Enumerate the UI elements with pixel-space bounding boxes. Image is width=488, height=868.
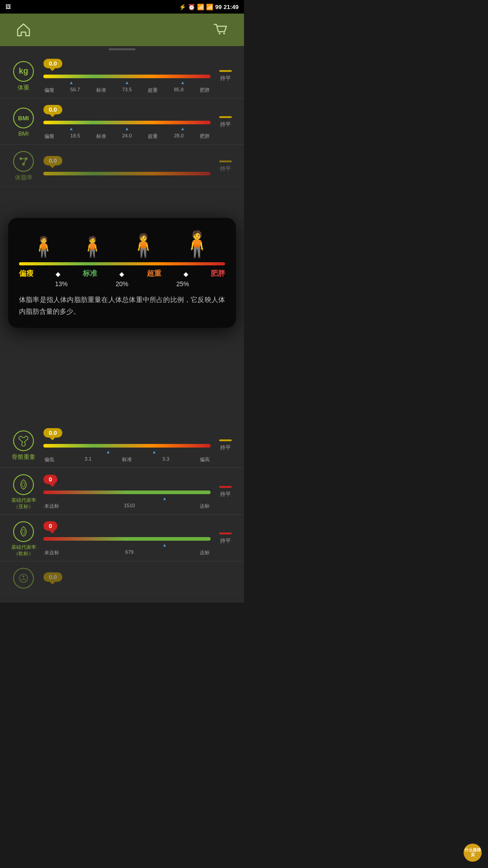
extra-icon	[13, 568, 34, 589]
extra-value-bubble: 0.0	[43, 572, 62, 582]
bodyfat-value-bubble: 0.0	[43, 156, 62, 165]
extra-content: 0.0	[40, 572, 237, 585]
extra-icon-area	[7, 568, 40, 589]
bmr-asia-icon	[13, 474, 34, 495]
figure-obese: 🧍	[181, 231, 213, 257]
bmi-icon: BMI	[13, 108, 34, 128]
bone-trend-line	[219, 439, 232, 441]
bodyfat-metric-row: 体脂率 0.0 持平	[0, 145, 244, 187]
extra-metric-row: 0.0	[0, 561, 244, 594]
bmr-asia-icon-area: 基础代谢率（亚标）	[7, 474, 40, 510]
weight-trend-line	[219, 70, 232, 72]
bodyfat-label: 体脂率	[15, 174, 33, 182]
modal-gradient-bar	[19, 262, 225, 265]
weight-metric-row: kg 体重 0.0 ▲ ▲ ▲ 偏瘦 56.7 标准 73.5 超重 85.8 …	[0, 52, 244, 99]
alarm-icon: ⏰	[188, 4, 195, 10]
figure-normal: 🧍	[80, 237, 105, 257]
bmr-asia-trend-line	[219, 486, 232, 488]
bodyfat-icon	[13, 151, 34, 172]
bmi-content: 0.0 ▲ ▲ ▲ 偏瘦 18.5 标准 24.0 超重 28.0 肥胖	[40, 105, 214, 140]
bmr-euro-content: 0 ▲ 未达标 679 达标	[40, 521, 214, 556]
bmr-euro-icon	[13, 521, 34, 542]
bodyfat-content: 0.0	[40, 156, 214, 177]
bone-content: 0.0 ▲ ▲ 偏低 3.1 标准 3.3 偏高	[40, 428, 214, 463]
svg-point-8	[23, 576, 24, 577]
weight-scale: 偏瘦 56.7 标准 73.5 超重 85.8 肥胖	[43, 87, 211, 94]
home-button[interactable]	[14, 20, 33, 40]
weight-icon: kg	[13, 61, 34, 82]
gallery-icon: 🖼	[5, 4, 11, 10]
bone-trend: 持平	[214, 439, 237, 452]
figure-lean: 🧍	[31, 237, 56, 257]
bodyfat-trend: 持平	[214, 160, 237, 173]
pct-20: 20%	[116, 280, 128, 288]
bmi-metric-row: BMI BMI 0.0 ▲ ▲ ▲ 偏瘦 18.5 标准 24.0 超重 28.…	[0, 99, 244, 145]
cart-button[interactable]	[211, 20, 230, 40]
drop-3: ◆	[183, 270, 188, 278]
signal-icon: 📶	[206, 4, 213, 10]
bone-icon-area: 骨骼重量	[7, 430, 40, 461]
bone-icon	[13, 430, 34, 451]
status-right: ⚡ ⏰ 📶 📶 99 21:49	[179, 4, 239, 10]
label-overweight: 超重	[147, 269, 161, 278]
bmr-asia-value-bubble: 0	[43, 475, 57, 484]
bmi-icon-area: BMI BMI	[7, 108, 40, 137]
bone-label: 骨骼重量	[12, 453, 35, 461]
lean-figure-icon: 🧍	[31, 237, 56, 257]
weight-value-bubble: 0.0	[43, 59, 62, 68]
weight-bar	[43, 75, 211, 78]
overweight-figure-icon: 🧍	[129, 234, 157, 257]
bmr-euro-scale: 未达标 679 达标	[43, 549, 211, 556]
bmr-euro-bar	[43, 537, 211, 541]
weight-content: 0.0 ▲ ▲ ▲ 偏瘦 56.7 标准 73.5 超重 85.8 肥胖	[40, 59, 214, 94]
bodyfat-bar	[43, 172, 211, 175]
scroll-dot	[108, 48, 136, 50]
label-obese: 肥胖	[211, 269, 225, 278]
bmi-value-bubble: 0.0	[43, 105, 62, 114]
bmi-bar	[43, 121, 211, 124]
bmr-asia-scale: 未达标 1510 达标	[43, 503, 211, 509]
status-bar: 🖼 ⚡ ⏰ 📶 📶 99 21:49	[0, 0, 244, 14]
normal-figure-icon: 🧍	[80, 237, 105, 257]
drop-2: ◆	[119, 270, 124, 278]
bone-markers: ▲ ▲	[43, 449, 211, 454]
label-lean: 偏瘦	[19, 269, 33, 278]
pct-13: 13%	[55, 280, 68, 288]
modal-description: 体脂率是指人体内脂肪重量在人体总体重中所占的比例，它反映人体内脂肪含量的多少。	[19, 294, 225, 317]
battery-level: 99	[215, 4, 221, 10]
bmr-euro-metric-row: 基础代谢率（欧标） 0 ▲ 未达标 679 达标 持平	[0, 515, 244, 562]
main-content: kg 体重 0.0 ▲ ▲ ▲ 偏瘦 56.7 标准 73.5 超重 85.8 …	[0, 46, 244, 603]
bluetooth-icon: ⚡	[179, 4, 186, 10]
toolbar	[0, 14, 244, 46]
modal-labels-row: 偏瘦 ◆ 标准 ◆ 超重 ◆ 肥胖	[19, 269, 225, 278]
bone-scale: 偏低 3.1 标准 3.3 偏高	[43, 456, 211, 463]
status-left: 🖼	[5, 4, 11, 10]
drop-1: ◆	[56, 270, 61, 278]
svg-point-7	[19, 574, 28, 582]
weight-label: 体重	[18, 84, 29, 92]
svg-point-1	[223, 33, 225, 34]
bmr-euro-trend: 持平	[214, 533, 237, 545]
svg-line-6	[23, 159, 26, 164]
bone-value-bubble: 0.0	[43, 428, 62, 438]
bmr-asia-content: 0 ▲ 未达标 1510 达标	[40, 475, 214, 509]
obese-figure-icon: 🧍	[181, 231, 213, 257]
bmr-euro-trend-line	[219, 533, 232, 534]
bmr-euro-value-bubble: 0	[43, 521, 57, 531]
bodyfat-modal[interactable]: 🧍 🧍 🧍 🧍 偏瘦 ◆ 标准 ◆ 超重 ◆ 肥胖	[8, 218, 236, 328]
time-display: 21:49	[224, 4, 239, 10]
wifi-icon: 📶	[197, 4, 204, 10]
bone-bar	[43, 444, 211, 448]
svg-point-0	[219, 33, 221, 34]
bone-metric-row: 骨骼重量 0.0 ▲ ▲ 偏低 3.1 标准 3.3 偏高 持平	[0, 422, 244, 468]
body-figures-row: 🧍 🧍 🧍 🧍	[19, 231, 225, 257]
modal-percents-row: 13% 20% 25%	[19, 280, 225, 288]
label-normal: 标准	[83, 269, 97, 278]
bmi-trend: 持平	[214, 116, 237, 128]
pct-25: 25%	[176, 280, 189, 288]
bmi-trend-line	[219, 116, 232, 118]
weight-markers: ▲ ▲ ▲	[43, 80, 211, 85]
scroll-indicator	[0, 46, 244, 52]
bmr-asia-markers: ▲	[43, 496, 211, 501]
bmi-markers: ▲ ▲ ▲	[43, 126, 211, 131]
